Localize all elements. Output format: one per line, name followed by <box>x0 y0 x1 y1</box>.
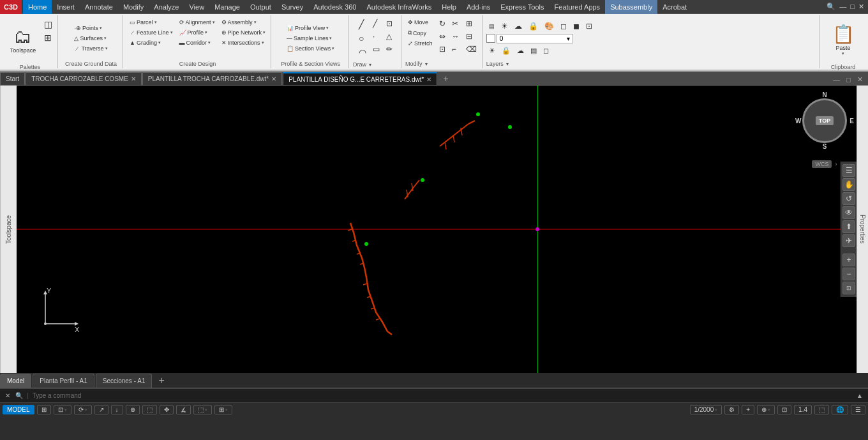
menu-addins[interactable]: Add-ins <box>461 0 495 14</box>
command-input[interactable] <box>30 392 854 399</box>
notification-btn[interactable]: 🌐 <box>832 405 848 414</box>
draw-btn7[interactable]: ⊡ <box>384 18 395 29</box>
feature-line-button[interactable]: ⟋ Feature Line ▾ <box>127 28 176 37</box>
ducs-btn[interactable]: ↓ <box>111 405 123 414</box>
profile-view-button[interactable]: 📊 Profile View ▾ <box>284 24 331 33</box>
layer-btn1[interactable]: ☀ <box>498 20 511 32</box>
zoom-in-btn[interactable]: + <box>842 254 855 266</box>
layer-btn6[interactable]: ◼ <box>571 20 582 32</box>
cmd-search-btn[interactable]: 🔍 <box>13 391 26 400</box>
trim-button[interactable]: ✂ <box>449 18 462 29</box>
zoom-out-btn[interactable]: − <box>842 268 855 280</box>
look-tool[interactable]: 👁 <box>842 206 855 219</box>
menu-subassembly[interactable]: Subassembly <box>605 0 657 14</box>
layer-btn3[interactable]: 🔒 <box>526 20 541 32</box>
array-button[interactable]: ⊞ <box>463 18 479 29</box>
layer-btn2[interactable]: ☁ <box>512 20 525 32</box>
layer-btn5[interactable]: ◻ <box>558 20 569 32</box>
scale-indicator[interactable]: 1/2000 ▾ <box>690 405 722 414</box>
assembly-button[interactable]: ⚙ Assembly ▾ <box>219 18 269 27</box>
viewport-minimize[interactable]: — <box>830 75 842 85</box>
toolspace-button[interactable]: 🗂 Toolspace <box>5 18 41 61</box>
menu-view[interactable]: View <box>184 0 209 14</box>
lineweight-btn[interactable]: ⊕ <box>126 405 140 414</box>
layer-icon5[interactable]: ◻ <box>541 45 551 56</box>
rotate-button[interactable]: ↻ <box>437 18 448 29</box>
alignment-button[interactable]: ⟳ Alignment ▾ <box>177 18 218 27</box>
line-button[interactable]: ╱ <box>356 18 369 31</box>
stretch-button[interactable]: ⤢ Stretch <box>405 39 435 48</box>
grid-display-btn[interactable]: ⊞ <box>37 405 51 414</box>
layer-icon1[interactable]: ☀ <box>486 45 498 56</box>
traverse-button[interactable]: ⟋ Traverse ▾ <box>71 44 110 53</box>
pan-tool[interactable]: ☰ <box>842 164 855 177</box>
cmd-expand-btn[interactable]: ▲ <box>854 391 865 400</box>
doc-tab-plantilla1-close[interactable]: ✕ <box>271 75 276 82</box>
layer-icon2[interactable]: 🔒 <box>499 45 513 56</box>
layer-icon3[interactable]: ☁ <box>514 45 527 56</box>
points-button[interactable]: ·⊕ Points ▾ <box>71 24 105 33</box>
arc-button[interactable]: ◠ <box>356 46 369 59</box>
fly-tool[interactable]: ✈ <box>842 234 855 247</box>
corridor-button[interactable]: ▬ Corridor ▾ <box>177 38 218 47</box>
workspace-btn[interactable]: ⊞ ▾ <box>214 405 232 414</box>
fillet-button[interactable]: ⌐ <box>449 43 462 55</box>
layer-icon4[interactable]: ▤ <box>528 45 539 56</box>
mirror-button[interactable]: ⇔ <box>437 31 448 42</box>
isolate-objects-btn[interactable]: ⬚ <box>814 405 829 414</box>
tab-secciones[interactable]: Secciones - A1 <box>96 374 153 388</box>
close-window-icon[interactable]: ✕ <box>857 1 865 12</box>
layer-btn7[interactable]: ⊡ <box>583 20 595 32</box>
menu-express[interactable]: Express Tools <box>495 0 549 14</box>
menu-infraworks[interactable]: Autodesk InfraWorks <box>361 0 437 14</box>
sample-lines-button[interactable]: — Sample Lines ▾ <box>284 34 335 43</box>
doc-tab-plantilla1[interactable]: PLANTILLA TROCHA CARROZABLE.dwt* ✕ <box>142 72 282 85</box>
menu-output[interactable]: Output <box>245 0 276 14</box>
doc-tab-trocha-close[interactable]: ✕ <box>131 75 136 82</box>
extend-button[interactable]: ↔ <box>449 31 462 42</box>
viewport-config-btn[interactable]: ⊕ ▾ <box>757 405 775 414</box>
menu-analyze[interactable]: Analyze <box>149 0 184 14</box>
draw-btn6[interactable]: ▭ <box>370 43 382 55</box>
doc-tab-trocha[interactable]: TROCHA CARROZABLE COSME ✕ <box>26 72 142 85</box>
menu-insert[interactable]: Insert <box>52 0 80 14</box>
doc-tab-start[interactable]: Start <box>0 72 25 85</box>
toolspace-side-panel[interactable]: Toolspace <box>0 86 17 373</box>
erase-button[interactable]: ⌫ <box>463 43 479 55</box>
parcel-button[interactable]: ▭ Parcel ▾ <box>127 18 176 27</box>
menu-modify[interactable]: Modify <box>118 0 149 14</box>
annotation-monitor-btn[interactable]: ∡ <box>176 405 191 414</box>
menu-acrobat[interactable]: Acrobat <box>657 0 692 14</box>
selection-cycle-btn[interactable]: ✥ <box>160 405 174 414</box>
layers-dropdown-arrow[interactable]: ▾ <box>506 61 509 67</box>
orbit-tool[interactable]: ↺ <box>842 192 855 205</box>
minimize-icon[interactable]: — <box>838 1 848 12</box>
menu-help[interactable]: Help <box>437 0 461 14</box>
menu-annotate[interactable]: Annotate <box>80 0 118 14</box>
doc-tab-plantilla2-close[interactable]: ✕ <box>426 76 431 83</box>
polar-btn[interactable]: ⟳ ▾ <box>74 405 92 414</box>
zoom-fit-btn[interactable]: ⊡ <box>842 282 855 294</box>
draw-btn9[interactable]: ✏ <box>384 43 395 55</box>
tab-model[interactable]: Model <box>0 374 31 388</box>
viewport-close[interactable]: ✕ <box>855 74 865 85</box>
viewport-maximize[interactable]: □ <box>844 75 853 85</box>
zoom-tool[interactable]: ✋ <box>842 178 855 191</box>
menu-home[interactable]: Home <box>23 0 52 14</box>
layer-btn4[interactable]: 🎨 <box>542 20 557 32</box>
surfaces-button[interactable]: △ Surfaces ▾ <box>71 34 109 43</box>
grading-button[interactable]: ▲ Grading ▾ <box>127 38 176 47</box>
plus-btn[interactable]: + <box>742 405 754 414</box>
transparency-btn[interactable]: ⬚ <box>142 405 157 414</box>
offset-button[interactable]: ⊟ <box>463 31 479 42</box>
units-btn[interactable]: ⬚ ▾ <box>193 405 212 414</box>
menu-featured[interactable]: Featured Apps <box>550 0 606 14</box>
pipe-network-button[interactable]: ⊕ Pipe Network ▾ <box>219 28 269 37</box>
doc-tab-plantilla2[interactable]: PLANTILLA DISEÑO G...E CARRETERAS.dwt* ✕ <box>283 72 437 85</box>
draw-btn5[interactable]: · <box>370 31 382 42</box>
profile-button[interactable]: 📈 Profile ▾ <box>177 28 218 37</box>
palette-btn2[interactable]: ⊞ <box>41 31 55 44</box>
cmd-close-btn[interactable]: ✕ <box>3 391 13 400</box>
snap-btn[interactable]: ⊡ ▾ <box>54 405 71 414</box>
move-button[interactable]: ✥ Move <box>405 18 435 27</box>
